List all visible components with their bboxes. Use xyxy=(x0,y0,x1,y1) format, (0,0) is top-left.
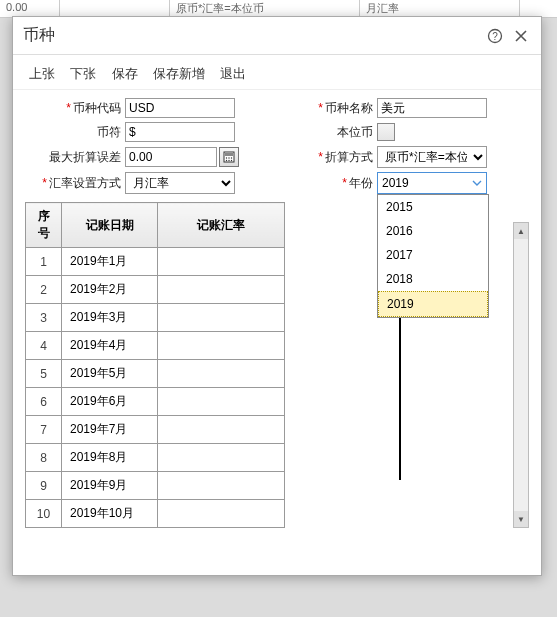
close-icon[interactable] xyxy=(511,26,531,46)
cell-date: 2019年8月 xyxy=(62,444,158,472)
calcmethod-label: *折算方式 xyxy=(277,149,377,166)
exit-button[interactable]: 退出 xyxy=(220,66,246,81)
col-rate: 记账汇率 xyxy=(158,203,285,248)
cell-date: 2019年4月 xyxy=(62,332,158,360)
table-row[interactable]: 52019年5月 xyxy=(26,360,285,388)
year-option-selected[interactable]: 2019 xyxy=(378,291,488,317)
cell-date: 2019年3月 xyxy=(62,304,158,332)
svg-point-9 xyxy=(231,160,232,161)
bg-cell: 原币*汇率=本位币 xyxy=(170,0,360,17)
cell-index: 4 xyxy=(26,332,62,360)
table-row[interactable]: 92019年9月 xyxy=(26,472,285,500)
cell-rate[interactable] xyxy=(158,416,285,444)
year-select[interactable]: 2019 xyxy=(377,172,487,194)
cell-date: 2019年1月 xyxy=(62,248,158,276)
cell-date: 2019年2月 xyxy=(62,276,158,304)
svg-point-6 xyxy=(231,157,232,158)
std-checkbox[interactable] xyxy=(377,123,395,141)
calculator-icon[interactable] xyxy=(219,147,239,167)
svg-text:?: ? xyxy=(492,31,498,42)
name-label: *币种名称 xyxy=(277,100,377,117)
year-option[interactable]: 2015 xyxy=(378,195,488,219)
scroll-down-icon[interactable]: ▼ xyxy=(514,511,528,527)
table-row[interactable]: 62019年6月 xyxy=(26,388,285,416)
cell-date: 2019年10月 xyxy=(62,500,158,528)
cell-rate[interactable] xyxy=(158,304,285,332)
code-label: *币种代码 xyxy=(25,100,125,117)
year-option[interactable]: 2018 xyxy=(378,267,488,291)
calcmethod-select[interactable]: 原币*汇率=本位币 xyxy=(377,146,487,168)
col-date: 记账日期 xyxy=(62,203,158,248)
svg-point-5 xyxy=(228,157,229,158)
table-row[interactable]: 72019年7月 xyxy=(26,416,285,444)
cell-date: 2019年5月 xyxy=(62,360,158,388)
cell-rate[interactable] xyxy=(158,332,285,360)
save-new-button[interactable]: 保存新增 xyxy=(153,66,205,81)
cell-index: 7 xyxy=(26,416,62,444)
cell-rate[interactable] xyxy=(158,360,285,388)
cell-rate[interactable] xyxy=(158,388,285,416)
bg-cell: 月汇率 xyxy=(360,0,520,17)
svg-point-4 xyxy=(226,157,227,158)
table-row[interactable]: 12019年1月 xyxy=(26,248,285,276)
cell-index: 1 xyxy=(26,248,62,276)
cell-rate[interactable] xyxy=(158,500,285,528)
symbol-input[interactable] xyxy=(125,122,235,142)
cell-index: 9 xyxy=(26,472,62,500)
bg-cell: 0.00 xyxy=(0,0,60,17)
year-label: *年份 xyxy=(277,175,377,192)
cell-index: 3 xyxy=(26,304,62,332)
name-input[interactable] xyxy=(377,98,487,118)
rate-grid: 序号 记账日期 记账汇率 12019年1月22019年2月32019年3月420… xyxy=(25,202,285,528)
svg-rect-3 xyxy=(225,153,233,156)
form: *币种代码 *币种名称 币符 本位币 最大折算误差 xyxy=(13,90,541,202)
year-dropdown: 2015 2016 2017 2018 2019 xyxy=(377,194,489,318)
currency-dialog: 币种 ? 上张 下张 保存 保存新增 退出 *币种代码 *币种名称 币符 xyxy=(12,16,542,576)
std-label: 本位币 xyxy=(277,124,377,141)
table-row[interactable]: 82019年8月 xyxy=(26,444,285,472)
cell-rate[interactable] xyxy=(158,276,285,304)
titlebar: 币种 ? xyxy=(13,17,541,55)
cell-date: 2019年9月 xyxy=(62,472,158,500)
cell-rate[interactable] xyxy=(158,444,285,472)
svg-point-8 xyxy=(228,160,229,161)
ratemode-select[interactable]: 月汇率 xyxy=(125,172,235,194)
cell-rate[interactable] xyxy=(158,248,285,276)
symbol-label: 币符 xyxy=(25,124,125,141)
help-icon[interactable]: ? xyxy=(485,26,505,46)
year-option[interactable]: 2017 xyxy=(378,243,488,267)
table-row[interactable]: 22019年2月 xyxy=(26,276,285,304)
ratemode-label: *汇率设置方式 xyxy=(25,175,125,192)
prev-button[interactable]: 上张 xyxy=(29,66,55,81)
next-button[interactable]: 下张 xyxy=(70,66,96,81)
cell-index: 10 xyxy=(26,500,62,528)
scrollbar[interactable]: ▲ ▼ xyxy=(513,222,529,528)
cell-index: 5 xyxy=(26,360,62,388)
maxdiff-input[interactable] xyxy=(125,147,217,167)
year-value: 2019 xyxy=(382,176,409,190)
code-input[interactable] xyxy=(125,98,235,118)
chevron-down-icon xyxy=(472,178,482,188)
maxdiff-label: 最大折算误差 xyxy=(25,149,125,166)
table-row[interactable]: 102019年10月 xyxy=(26,500,285,528)
dialog-title: 币种 xyxy=(23,25,479,46)
cell-date: 2019年6月 xyxy=(62,388,158,416)
cell-rate[interactable] xyxy=(158,472,285,500)
save-button[interactable]: 保存 xyxy=(112,66,138,81)
svg-point-7 xyxy=(226,160,227,161)
year-option[interactable]: 2016 xyxy=(378,219,488,243)
cell-date: 2019年7月 xyxy=(62,416,158,444)
toolbar: 上张 下张 保存 保存新增 退出 xyxy=(13,55,541,90)
table-row[interactable]: 32019年3月 xyxy=(26,304,285,332)
col-index: 序号 xyxy=(26,203,62,248)
cell-index: 6 xyxy=(26,388,62,416)
cell-index: 2 xyxy=(26,276,62,304)
cell-index: 8 xyxy=(26,444,62,472)
table-row[interactable]: 42019年4月 xyxy=(26,332,285,360)
scroll-up-icon[interactable]: ▲ xyxy=(514,223,528,239)
